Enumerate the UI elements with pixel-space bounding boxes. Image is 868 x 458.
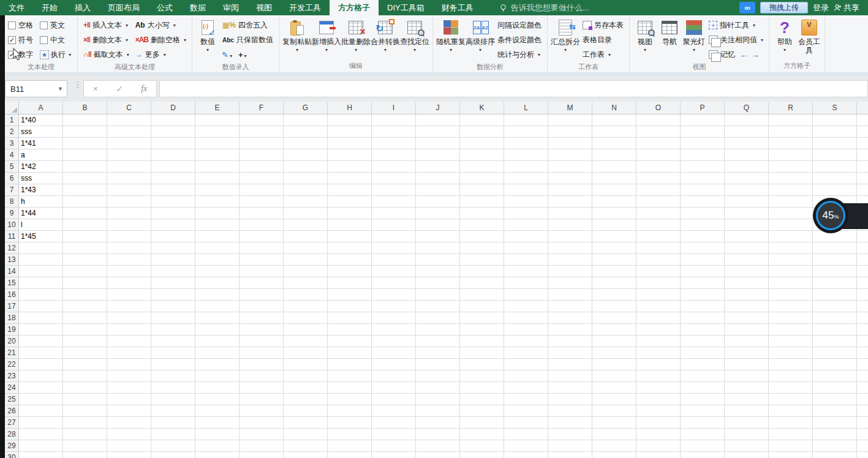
cell-F10[interactable] bbox=[240, 219, 284, 231]
cell-Q14[interactable] bbox=[725, 266, 769, 277]
cell-A17[interactable] bbox=[19, 301, 63, 312]
col-header-I[interactable]: I bbox=[372, 102, 416, 114]
cell-I18[interactable] bbox=[372, 312, 416, 324]
cell-I19[interactable] bbox=[372, 324, 416, 336]
cell-I20[interactable] bbox=[372, 336, 416, 347]
cell-F8[interactable] bbox=[240, 196, 284, 208]
cell-R1[interactable] bbox=[769, 114, 813, 126]
cell-A3[interactable]: 1*41 bbox=[19, 138, 63, 149]
cell-B9[interactable] bbox=[63, 208, 107, 219]
cell-F18[interactable] bbox=[240, 312, 284, 324]
cell-B3[interactable] bbox=[63, 138, 107, 149]
cell-B29[interactable] bbox=[63, 440, 107, 452]
cell-E24[interactable] bbox=[195, 382, 240, 394]
cell-M1[interactable] bbox=[548, 114, 592, 126]
cell-M2[interactable] bbox=[548, 126, 592, 138]
cell-partial-22[interactable] bbox=[857, 359, 868, 370]
cell-O22[interactable] bbox=[636, 359, 681, 370]
cell-D5[interactable] bbox=[151, 161, 195, 173]
navigation-button[interactable]: 导航 bbox=[657, 17, 682, 46]
cell-Q11[interactable] bbox=[725, 231, 769, 242]
cell-partial-4[interactable] bbox=[857, 149, 868, 161]
row-header-24[interactable]: 24 bbox=[5, 382, 19, 394]
formula-bar-splitter[interactable]: ⋮ bbox=[74, 83, 82, 87]
cell-Q3[interactable] bbox=[725, 138, 769, 149]
cell-H30[interactable] bbox=[328, 452, 372, 458]
cell-E20[interactable] bbox=[195, 336, 240, 347]
col-header-P[interactable]: P bbox=[681, 102, 725, 114]
cell-S13[interactable] bbox=[813, 254, 857, 266]
cell-R29[interactable] bbox=[769, 440, 813, 452]
cell-S18[interactable] bbox=[813, 312, 857, 324]
system-monitor-widget[interactable]: 15°C CPU温度 45 % bbox=[813, 198, 868, 235]
cell-C25[interactable] bbox=[107, 394, 151, 405]
cell-D12[interactable] bbox=[151, 242, 195, 254]
cell-C29[interactable] bbox=[107, 440, 151, 452]
cell-I11[interactable] bbox=[372, 231, 416, 242]
cell-P15[interactable] bbox=[681, 277, 725, 289]
cell-J13[interactable] bbox=[416, 254, 460, 266]
cell-G28[interactable] bbox=[284, 429, 328, 440]
cell-L30[interactable] bbox=[504, 452, 548, 458]
cell-B18[interactable] bbox=[63, 312, 107, 324]
cell-G20[interactable] bbox=[284, 336, 328, 347]
cell-S25[interactable] bbox=[813, 394, 857, 405]
plus-dropdown-button[interactable]: +▾ bbox=[238, 50, 247, 59]
cell-I27[interactable] bbox=[372, 417, 416, 429]
cell-N7[interactable] bbox=[592, 184, 636, 196]
cell-L16[interactable] bbox=[504, 289, 548, 301]
col-header-A[interactable]: A bbox=[19, 102, 63, 114]
cell-B1[interactable] bbox=[63, 114, 107, 126]
cell-C13[interactable] bbox=[107, 254, 151, 266]
cell-K30[interactable] bbox=[460, 452, 504, 458]
cell-A23[interactable] bbox=[19, 370, 63, 382]
cell-Q22[interactable] bbox=[725, 359, 769, 370]
cell-I5[interactable] bbox=[372, 161, 416, 173]
cell-B16[interactable] bbox=[63, 289, 107, 301]
cell-S12[interactable] bbox=[813, 242, 857, 254]
cell-F11[interactable] bbox=[240, 231, 284, 242]
cell-I14[interactable] bbox=[372, 266, 416, 277]
row-header-22[interactable]: 22 bbox=[5, 359, 19, 370]
cell-J14[interactable] bbox=[416, 266, 460, 277]
cell-J3[interactable] bbox=[416, 138, 460, 149]
cell-I25[interactable] bbox=[372, 394, 416, 405]
row-header-8[interactable]: 8 bbox=[5, 196, 19, 208]
cell-P26[interactable] bbox=[681, 405, 725, 417]
cell-N6[interactable] bbox=[592, 173, 636, 184]
cell-S27[interactable] bbox=[813, 417, 857, 429]
cell-A26[interactable] bbox=[19, 405, 63, 417]
cell-M29[interactable] bbox=[548, 440, 592, 452]
cell-D4[interactable] bbox=[151, 149, 195, 161]
cell-D27[interactable] bbox=[151, 417, 195, 429]
cell-N11[interactable] bbox=[592, 231, 636, 242]
cell-I24[interactable] bbox=[372, 382, 416, 394]
cell-P9[interactable] bbox=[681, 208, 725, 219]
cell-P14[interactable] bbox=[681, 266, 725, 277]
cell-S2[interactable] bbox=[813, 126, 857, 138]
cell-O24[interactable] bbox=[636, 382, 681, 394]
cell-J26[interactable] bbox=[416, 405, 460, 417]
cell-I26[interactable] bbox=[372, 405, 416, 417]
tab-审阅[interactable]: 审阅 bbox=[214, 0, 247, 15]
cell-S19[interactable] bbox=[813, 324, 857, 336]
cell-M18[interactable] bbox=[548, 312, 592, 324]
cell-H16[interactable] bbox=[328, 289, 372, 301]
cell-E12[interactable] bbox=[195, 242, 240, 254]
enter-button[interactable]: ✓ bbox=[116, 84, 123, 94]
col-header-H[interactable]: H bbox=[328, 102, 372, 114]
memory-usage-gauge[interactable]: 45 % bbox=[813, 198, 848, 233]
cell-D26[interactable] bbox=[151, 405, 195, 417]
row-header-5[interactable]: 5 bbox=[5, 161, 19, 173]
cell-D28[interactable] bbox=[151, 429, 195, 440]
cell-Q10[interactable] bbox=[725, 219, 769, 231]
cell-Q16[interactable] bbox=[725, 289, 769, 301]
cell-K1[interactable] bbox=[460, 114, 504, 126]
cell-E7[interactable] bbox=[195, 184, 240, 196]
row-header-20[interactable]: 20 bbox=[5, 336, 19, 347]
cell-M13[interactable] bbox=[548, 254, 592, 266]
cell-B4[interactable] bbox=[63, 149, 107, 161]
row-header-2[interactable]: 2 bbox=[5, 126, 19, 138]
cell-G4[interactable] bbox=[284, 149, 328, 161]
cell-C1[interactable] bbox=[107, 114, 151, 126]
